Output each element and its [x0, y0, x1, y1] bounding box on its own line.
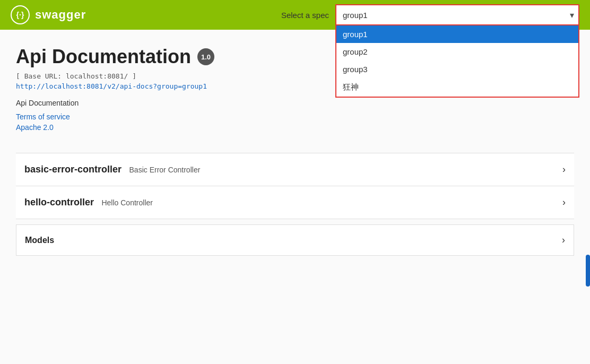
models-chevron-right-icon: ›: [562, 235, 565, 246]
dropdown-item-group3[interactable]: group3: [336, 60, 578, 78]
dropdown-item-kuangshen[interactable]: 狂神: [336, 78, 578, 97]
spec-select[interactable]: group1 group2 group3 狂神: [335, 4, 579, 25]
chevron-right-icon-hello: ›: [562, 197, 566, 208]
controller-desc-hello: Hello Controller: [101, 198, 152, 207]
spec-selector-area: Select a spec group1 group2 group3 狂神 ▾ …: [281, 4, 579, 25]
models-section[interactable]: Models ›: [16, 224, 574, 256]
models-label: Models: [25, 236, 54, 245]
api-title: Api Documentation: [16, 46, 191, 68]
chevron-right-icon: ›: [562, 164, 566, 175]
version-badge: 1.0: [197, 48, 214, 65]
select-spec-label: Select a spec: [281, 11, 329, 20]
spec-select-wrapper: group1 group2 group3 狂神 ▾ group1 group2 …: [335, 4, 579, 25]
controller-info: basic-error-controller Basic Error Contr…: [24, 164, 200, 175]
controllers-section: basic-error-controller Basic Error Contr…: [16, 153, 574, 219]
hello-controller-item[interactable]: hello-controller Hello Controller ›: [16, 186, 574, 219]
spec-dropdown[interactable]: group1 group2 group3 狂神: [335, 25, 579, 98]
dropdown-item-group2[interactable]: group2: [336, 43, 578, 60]
controller-info-hello: hello-controller Hello Controller: [24, 197, 153, 208]
dropdown-item-group1[interactable]: group1: [336, 25, 578, 43]
swagger-icon: {·}: [11, 5, 30, 24]
api-description: Api Documentation: [16, 99, 574, 107]
header: {·} swagger Select a spec group1 group2 …: [0, 0, 590, 30]
scrollbar-indicator[interactable]: [586, 255, 590, 266]
controller-desc-basic-error: Basic Error Controller: [129, 166, 201, 174]
models-header[interactable]: Models ›: [16, 225, 574, 255]
controller-name-basic-error: basic-error-controller: [24, 164, 122, 175]
apache-link[interactable]: Apache 2.0: [16, 123, 574, 132]
controller-name-hello: hello-controller: [24, 197, 94, 207]
basic-error-controller-item[interactable]: basic-error-controller Basic Error Contr…: [16, 153, 574, 186]
logo-area: {·} swagger: [11, 5, 86, 24]
terms-of-service-link[interactable]: Terms of service: [16, 112, 574, 121]
brand-name: swagger: [35, 8, 86, 22]
